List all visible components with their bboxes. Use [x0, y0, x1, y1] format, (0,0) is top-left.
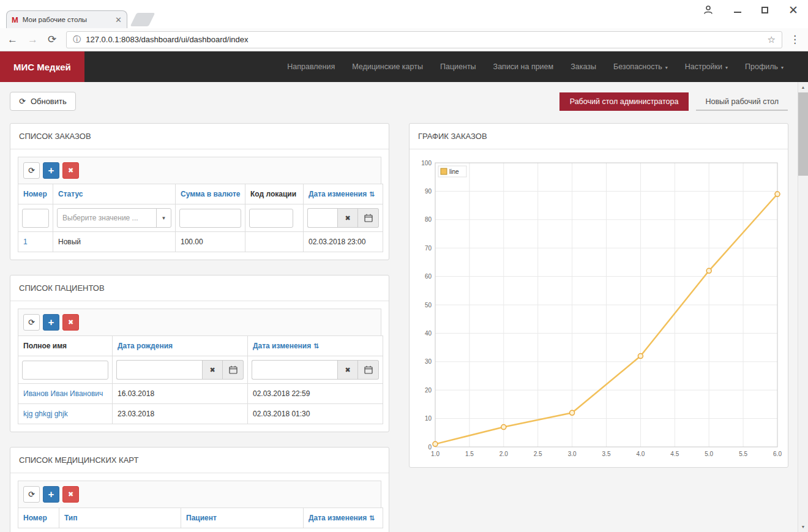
location-filter-input[interactable]: [249, 209, 293, 228]
grid-add-button[interactable]: +: [43, 314, 59, 331]
clear-filter-icon[interactable]: ✖: [337, 208, 358, 228]
scroll-down-icon[interactable]: ▼: [798, 522, 808, 532]
sort-icon[interactable]: ⇅: [369, 514, 375, 522]
delete-icon: ✖: [68, 167, 73, 174]
svg-text:3.5: 3.5: [602, 451, 611, 457]
column-header-number[interactable]: Номер: [18, 184, 53, 204]
clear-filter-icon[interactable]: ✖: [337, 360, 358, 380]
column-header-location: Код локации: [245, 184, 304, 204]
column-header-type[interactable]: Тип: [59, 508, 181, 528]
calendar-icon[interactable]: [358, 360, 379, 380]
order-number-filter-input[interactable]: [22, 209, 49, 228]
patient-name-link[interactable]: kjg ghkgj ghjk: [18, 404, 113, 424]
calendar-icon[interactable]: [358, 208, 379, 228]
profile-icon[interactable]: [703, 4, 714, 15]
maximize-button[interactable]: [761, 7, 768, 13]
back-icon[interactable]: ←: [7, 34, 18, 46]
plus-icon: +: [48, 317, 54, 329]
nav-item-settings[interactable]: Настройки▾: [676, 62, 736, 71]
patient-name-link[interactable]: Иванов Иван Иванович: [18, 384, 113, 404]
scrollbar-thumb[interactable]: [798, 92, 808, 176]
table-row[interactable]: kjg ghkgj ghjk 23.03.2018 02.03.2018 01:…: [18, 404, 383, 424]
page-scrollbar[interactable]: ▲ ▼: [798, 82, 808, 532]
medical-cards-grid-toolbar: ⟳ + ✖: [18, 481, 381, 508]
patients-table: Полное имя Дата рождения Дата изменения⇅…: [18, 335, 383, 424]
panel-title: ГРАФИК ЗАКАЗОВ: [410, 124, 788, 149]
nav-item-patients[interactable]: Пациенты: [432, 62, 485, 71]
nav-item-profile[interactable]: Профиль▾: [736, 62, 792, 71]
filter-cell: [245, 204, 304, 232]
svg-text:1.0: 1.0: [431, 451, 440, 457]
tab-new-desktop[interactable]: Новый рабочий стол: [696, 92, 788, 111]
modified-date-filter-input[interactable]: [307, 208, 337, 228]
tab-close-icon[interactable]: ✕: [115, 15, 122, 24]
svg-text:10: 10: [425, 415, 432, 422]
chevron-down-icon[interactable]: ▼: [156, 209, 171, 227]
column-header-status[interactable]: Статус: [53, 184, 176, 204]
svg-text:70: 70: [425, 245, 432, 252]
birth-date-filter-input[interactable]: [116, 360, 202, 380]
url-bar[interactable]: ⓘ 127.0.0.1:8083/dashboard/ui/dashboard/…: [66, 31, 782, 48]
grid-refresh-button[interactable]: ⟳: [23, 486, 40, 503]
column-header-number[interactable]: Номер: [18, 508, 59, 528]
column-header-birth-date[interactable]: Дата рождения: [113, 336, 248, 356]
calendar-icon[interactable]: [223, 360, 244, 380]
favicon-icon: М: [12, 15, 18, 24]
nav-item-orders[interactable]: Заказы: [562, 62, 605, 71]
column-header-modified[interactable]: Дата изменения⇅: [248, 336, 383, 356]
tab-admin-desktop[interactable]: Рабочий стол администратора: [559, 92, 689, 111]
url-text[interactable]: 127.0.0.1:8083/dashboard/ui/dashboard/in…: [86, 35, 762, 44]
column-header-modified[interactable]: Дата изменения⇅: [304, 184, 383, 204]
orders-grid-toolbar: ⟳ + ✖: [18, 157, 381, 184]
orders-panel: СПИСОК ЗАКАЗОВ ⟳ + ✖ Номер Статус Сумма …: [10, 123, 389, 260]
browser-tab-title: Мои рабочие столы: [23, 16, 111, 23]
sort-icon[interactable]: ⇅: [369, 190, 375, 198]
grid-delete-button[interactable]: ✖: [62, 486, 79, 503]
bookmark-star-icon[interactable]: ☆: [768, 34, 776, 45]
brand-logo[interactable]: МИС Медкей: [0, 51, 84, 82]
scroll-up-icon[interactable]: ▲: [798, 82, 808, 92]
amount-filter-input[interactable]: [179, 209, 241, 228]
refresh-button[interactable]: ⟳ Обновить: [10, 92, 76, 111]
nav-item-medical-cards[interactable]: Медицинские карты: [343, 62, 432, 71]
birth-date-filter: ✖: [116, 360, 244, 380]
column-header-patient[interactable]: Пациент: [181, 508, 304, 528]
nav-item-appointments[interactable]: Записи на прием: [485, 62, 563, 71]
clear-filter-icon[interactable]: ✖: [202, 360, 223, 380]
sort-icon[interactable]: ⇅: [313, 342, 319, 350]
dashboard-content: ⟳ Обновить Рабочий стол администратора Н…: [0, 82, 798, 532]
grid-refresh-button[interactable]: ⟳: [23, 314, 40, 331]
refresh-icon: ⟳: [28, 318, 35, 327]
cell-modified: 02.03.2018 23:00: [304, 232, 383, 252]
delete-icon: ✖: [68, 318, 73, 326]
browser-menu-icon[interactable]: ⋮: [790, 33, 801, 46]
order-number-link[interactable]: 1: [18, 232, 53, 252]
grid-refresh-button[interactable]: ⟳: [23, 162, 40, 179]
browser-tab[interactable]: М Мои рабочие столы ✕: [6, 10, 127, 28]
column-header-modified[interactable]: Дата изменения⇅: [304, 508, 383, 528]
grid-delete-button[interactable]: ✖: [62, 162, 79, 179]
reload-icon[interactable]: ⟳: [48, 33, 56, 46]
close-button[interactable]: ✕: [788, 4, 798, 16]
column-header-amount[interactable]: Сумма в валюте: [176, 184, 245, 204]
svg-text:90: 90: [425, 188, 432, 195]
nav-item-referrals[interactable]: Направления: [279, 62, 343, 71]
info-icon[interactable]: ⓘ: [73, 34, 81, 45]
forward-icon[interactable]: →: [28, 34, 38, 46]
grid-delete-button[interactable]: ✖: [62, 314, 79, 331]
browser-titlebar: М Мои рабочие столы ✕ ✕: [0, 0, 808, 28]
patient-name-filter-input[interactable]: [22, 361, 108, 380]
grid-add-button[interactable]: +: [43, 162, 59, 179]
svg-text:80: 80: [425, 216, 432, 223]
table-row[interactable]: 1 Новый 100.00 02.03.2018 23:00: [18, 232, 383, 252]
table-row[interactable]: Иванов Иван Иванович 16.03.2018 02.03.20…: [18, 384, 383, 404]
minimize-button[interactable]: [734, 7, 741, 13]
nav-item-security[interactable]: Безопасность▾: [605, 62, 676, 71]
patients-panel: СПИСОК ПАЦИЕНТОВ ⟳ + ✖ Полное имя Дата р…: [10, 275, 389, 432]
new-tab-button[interactable]: [130, 13, 155, 26]
status-filter-select[interactable]: Выберите значение ... ▼: [57, 208, 171, 228]
grid-add-button[interactable]: +: [43, 486, 59, 503]
svg-text:3.0: 3.0: [568, 451, 577, 457]
modified-date-filter-input[interactable]: [252, 360, 337, 380]
panel-title: СПИСОК МЕДИЦИНСКИХ КАРТ: [10, 448, 389, 473]
